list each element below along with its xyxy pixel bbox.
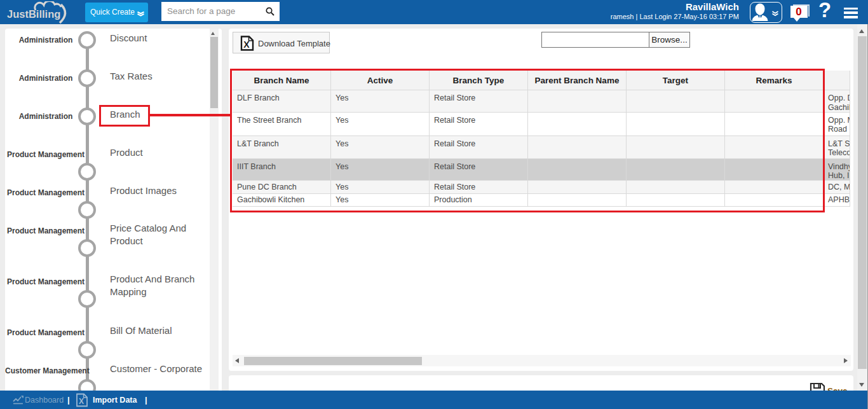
- svg-text:JustBilling: JustBilling: [7, 8, 60, 20]
- svg-text:0: 0: [796, 6, 801, 18]
- svg-text:X: X: [243, 39, 250, 50]
- svg-text:X: X: [79, 397, 84, 406]
